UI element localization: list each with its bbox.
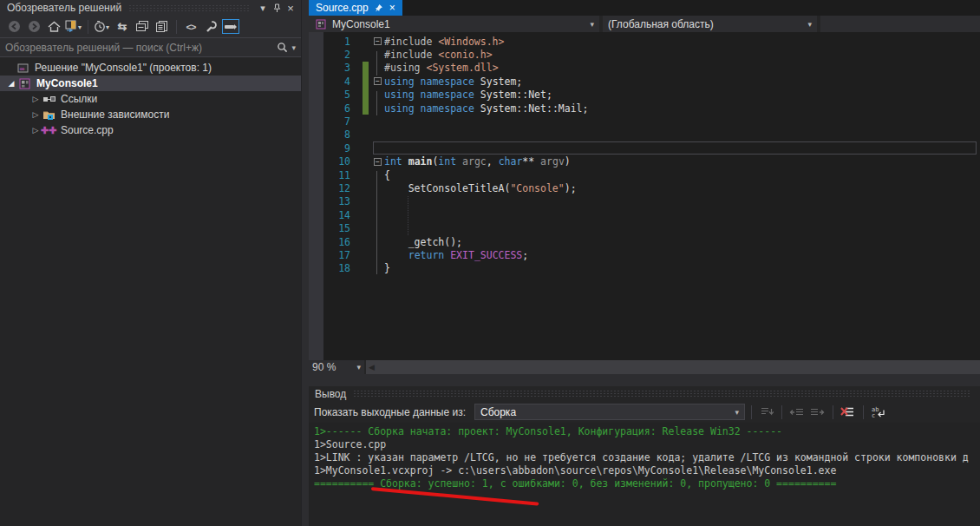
back-icon[interactable] bbox=[5, 18, 23, 36]
editor-zoom-control[interactable]: 90 % ▾ bbox=[309, 360, 366, 374]
solution-explorer-titlebar[interactable]: Обозреватель решений ▾ × bbox=[0, 0, 301, 16]
code-line-12[interactable]: 12 SetConsoleTitleA("Console"); bbox=[309, 181, 980, 194]
output-log[interactable]: 1>------ Сборка начата: проект: MyConsol… bbox=[309, 423, 980, 526]
code-line-7[interactable]: 7 bbox=[309, 115, 980, 128]
code-line-10[interactable]: 10−int main(int argc, char** argv) bbox=[309, 155, 980, 168]
saved-change-bar bbox=[363, 75, 369, 88]
expand-arrow-icon[interactable]: ▷ bbox=[29, 110, 42, 119]
code-line-13[interactable]: 13 bbox=[309, 195, 980, 208]
forward-icon[interactable] bbox=[25, 18, 42, 36]
code-line-17[interactable]: 17 return EXIT_SUCCESS; bbox=[309, 248, 980, 261]
editor-column: Source.cpp × MyConsole1 ▾ (Глобальная об… bbox=[309, 0, 980, 526]
expand-arrow-icon[interactable]: ▷ bbox=[29, 95, 42, 103]
output-line-3: 1>LINK : указан параметр /LTCG, но не тр… bbox=[314, 451, 980, 464]
code-line-1[interactable]: 1−#include <Windows.h> bbox=[309, 35, 980, 48]
code-line-2[interactable]: 2#include <conio.h> bbox=[309, 48, 980, 61]
output-line-4: 1>MyConsole1.vcxproj -> c:\users\abbadon… bbox=[314, 464, 980, 477]
panel-splitter[interactable] bbox=[309, 374, 980, 386]
home-icon[interactable] bbox=[45, 18, 62, 36]
navbar-scope-dropdown[interactable]: (Глобальная область) ▾ bbox=[603, 16, 817, 32]
solution-explorer-toolbar: ▾▾⇆<> bbox=[0, 16, 301, 38]
solution-search-box[interactable]: Обозреватель решений — поиск (Ctrl+ж) ▾ bbox=[0, 38, 301, 57]
tree-item-external-dependencies[interactable]: ▷Внешние зависимости bbox=[0, 107, 301, 122]
titlebar-grip-texture bbox=[353, 390, 970, 398]
toolbar-separator bbox=[176, 20, 177, 34]
search-icon[interactable] bbox=[275, 39, 289, 56]
line-number: 5 bbox=[309, 89, 356, 101]
output-line-1: 1>------ Сборка начата: проект: MyConsol… bbox=[314, 425, 980, 438]
output-toolbar: Показать выходные данные из: Сборка ▾ ab… bbox=[309, 401, 980, 423]
view-code-icon[interactable]: <> bbox=[182, 18, 199, 36]
tab-label: Source.cpp bbox=[316, 2, 369, 14]
pending-changes-filter-icon[interactable]: ▾ bbox=[94, 18, 111, 36]
pin-icon[interactable] bbox=[270, 2, 284, 14]
line-number: 6 bbox=[309, 102, 356, 115]
code-line-11[interactable]: 11{ bbox=[309, 168, 980, 181]
output-source-label: Показать выходные данные из: bbox=[314, 406, 466, 418]
change-tracking-margin bbox=[356, 208, 371, 221]
navbar-project-value: MyConsole1 bbox=[332, 18, 390, 30]
search-input[interactable]: Обозреватель решений — поиск (Ctrl+ж) bbox=[5, 42, 275, 54]
tree-item-solution[interactable]: ∞Решение "MyConsole1" (проектов: 1) bbox=[0, 60, 301, 76]
tree-item-label: Ссылки bbox=[61, 93, 97, 105]
window-position-icon[interactable]: ▾ bbox=[256, 2, 270, 14]
cpp-project-icon bbox=[17, 77, 31, 89]
fold-guide-line bbox=[376, 51, 377, 76]
tree-item-references[interactable]: ▷Ссылки bbox=[0, 91, 301, 107]
collapse-region-icon[interactable]: − bbox=[374, 77, 382, 85]
code-line-14[interactable]: 14 bbox=[309, 208, 980, 221]
code-line-3[interactable]: 3#using <System.dll> bbox=[309, 62, 980, 75]
code-text: #include <conio.h> bbox=[384, 49, 493, 61]
navbar-member-dropdown[interactable] bbox=[820, 16, 980, 32]
output-titlebar[interactable]: Вывод bbox=[309, 386, 980, 401]
show-all-files-icon[interactable] bbox=[154, 18, 171, 36]
scroll-left-icon[interactable]: ◀ bbox=[366, 363, 375, 371]
cpp-project-icon bbox=[314, 18, 328, 30]
horizontal-scrollbar[interactable]: ◀ bbox=[366, 360, 980, 374]
collapse-region-icon[interactable]: − bbox=[374, 37, 382, 45]
code-line-6[interactable]: 6using namespace System::Net::Mail; bbox=[309, 102, 980, 115]
output-line-5: ========== Сборка: успешно: 1, с ошибкам… bbox=[314, 477, 980, 490]
sync-with-active-document-icon[interactable]: ⇆ bbox=[114, 18, 131, 36]
switch-views-icon[interactable]: ▾ bbox=[65, 18, 82, 36]
tree-item-source-cpp[interactable]: ▷✚✚Source.cpp bbox=[0, 122, 301, 138]
output-line-2: 1>Source.cpp bbox=[314, 438, 980, 451]
svg-text:▾: ▾ bbox=[78, 23, 82, 31]
collapse-all-icon[interactable] bbox=[134, 18, 151, 36]
code-line-4[interactable]: 4−using namespace System; bbox=[309, 75, 980, 88]
code-text: { bbox=[384, 169, 390, 181]
output-source-dropdown[interactable]: Сборка ▾ bbox=[474, 404, 745, 420]
change-tracking-margin bbox=[356, 75, 371, 88]
close-icon[interactable]: × bbox=[284, 2, 297, 14]
code-text: #include <Windows.h> bbox=[384, 36, 504, 48]
properties-icon[interactable] bbox=[202, 18, 219, 36]
navbar-project-dropdown[interactable]: MyConsole1 ▾ bbox=[309, 16, 599, 32]
line-number: 14 bbox=[309, 209, 356, 221]
pin-icon[interactable] bbox=[375, 3, 383, 12]
dependencies-folder-icon bbox=[42, 108, 56, 121]
word-wrap-icon[interactable]: abc bbox=[870, 404, 887, 421]
line-number: 17 bbox=[309, 249, 356, 261]
find-message-icon bbox=[758, 404, 775, 421]
chevron-down-icon: ▾ bbox=[735, 408, 739, 417]
close-icon[interactable]: × bbox=[389, 2, 395, 14]
code-line-5[interactable]: 5using namespace System::Net; bbox=[309, 89, 980, 102]
fold-margin: − bbox=[371, 158, 384, 166]
tree-item-project-myconsole1[interactable]: ◢MyConsole1 bbox=[0, 76, 301, 91]
toolbar-separator bbox=[833, 405, 833, 419]
code-line-18[interactable]: 18} bbox=[309, 262, 980, 275]
fold-margin: − bbox=[371, 37, 384, 45]
preview-selected-items-icon[interactable] bbox=[222, 18, 239, 36]
change-tracking-margin bbox=[356, 262, 371, 275]
code-line-16[interactable]: 16 _getch(); bbox=[309, 235, 980, 248]
collapse-arrow-icon[interactable]: ◢ bbox=[5, 79, 17, 88]
code-line-8[interactable]: 8 bbox=[309, 128, 980, 141]
clear-all-icon[interactable] bbox=[840, 404, 857, 421]
code-text: using namespace System::Net::Mail; bbox=[384, 102, 588, 115]
code-editor[interactable]: 1−#include <Windows.h>2#include <conio.h… bbox=[309, 32, 980, 360]
chevron-down-icon: ▾ bbox=[356, 363, 361, 371]
collapse-region-icon[interactable]: − bbox=[374, 158, 382, 166]
chevron-down-icon[interactable]: ▾ bbox=[291, 43, 296, 52]
tab-source-cpp[interactable]: Source.cpp × bbox=[309, 0, 402, 16]
code-line-15[interactable]: 15 bbox=[309, 221, 980, 234]
